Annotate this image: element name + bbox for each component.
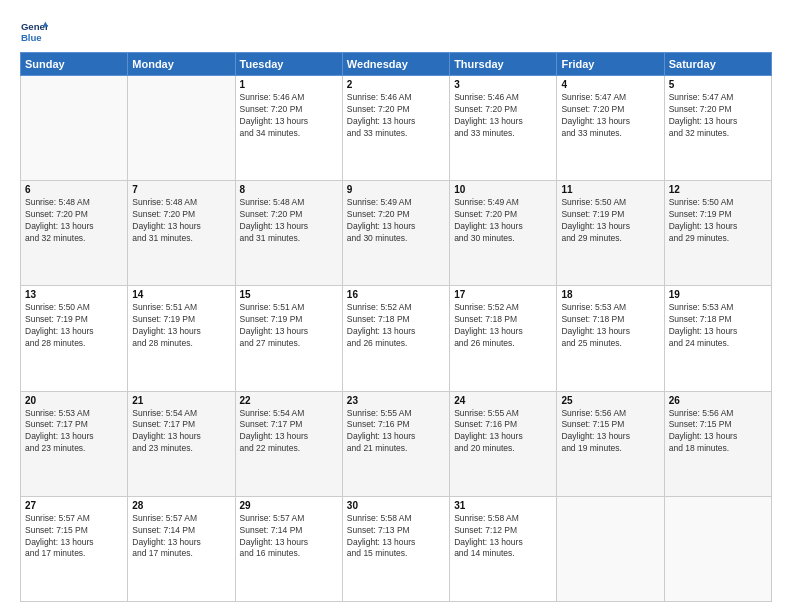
logo: General Blue [20, 18, 48, 46]
calendar-cell: 19Sunrise: 5:53 AM Sunset: 7:18 PM Dayli… [664, 286, 771, 391]
day-detail: Sunrise: 5:53 AM Sunset: 7:17 PM Dayligh… [25, 408, 123, 456]
calendar-cell: 6Sunrise: 5:48 AM Sunset: 7:20 PM Daylig… [21, 181, 128, 286]
day-number: 23 [347, 395, 445, 406]
day-number: 3 [454, 79, 552, 90]
calendar-cell: 8Sunrise: 5:48 AM Sunset: 7:20 PM Daylig… [235, 181, 342, 286]
day-number: 22 [240, 395, 338, 406]
calendar-cell: 7Sunrise: 5:48 AM Sunset: 7:20 PM Daylig… [128, 181, 235, 286]
calendar-header: SundayMondayTuesdayWednesdayThursdayFrid… [21, 53, 772, 76]
day-number: 29 [240, 500, 338, 511]
calendar-cell: 5Sunrise: 5:47 AM Sunset: 7:20 PM Daylig… [664, 76, 771, 181]
day-detail: Sunrise: 5:48 AM Sunset: 7:20 PM Dayligh… [240, 197, 338, 245]
day-detail: Sunrise: 5:46 AM Sunset: 7:20 PM Dayligh… [240, 92, 338, 140]
calendar-cell: 12Sunrise: 5:50 AM Sunset: 7:19 PM Dayli… [664, 181, 771, 286]
day-number: 17 [454, 289, 552, 300]
day-detail: Sunrise: 5:46 AM Sunset: 7:20 PM Dayligh… [454, 92, 552, 140]
day-number: 19 [669, 289, 767, 300]
calendar-cell: 14Sunrise: 5:51 AM Sunset: 7:19 PM Dayli… [128, 286, 235, 391]
day-number: 10 [454, 184, 552, 195]
day-detail: Sunrise: 5:58 AM Sunset: 7:13 PM Dayligh… [347, 513, 445, 561]
day-detail: Sunrise: 5:55 AM Sunset: 7:16 PM Dayligh… [347, 408, 445, 456]
day-number: 7 [132, 184, 230, 195]
calendar-cell: 4Sunrise: 5:47 AM Sunset: 7:20 PM Daylig… [557, 76, 664, 181]
day-detail: Sunrise: 5:48 AM Sunset: 7:20 PM Dayligh… [25, 197, 123, 245]
calendar-cell: 23Sunrise: 5:55 AM Sunset: 7:16 PM Dayli… [342, 391, 449, 496]
svg-text:Blue: Blue [21, 32, 42, 43]
calendar-cell: 9Sunrise: 5:49 AM Sunset: 7:20 PM Daylig… [342, 181, 449, 286]
calendar-cell: 15Sunrise: 5:51 AM Sunset: 7:19 PM Dayli… [235, 286, 342, 391]
calendar-cell: 18Sunrise: 5:53 AM Sunset: 7:18 PM Dayli… [557, 286, 664, 391]
day-detail: Sunrise: 5:56 AM Sunset: 7:15 PM Dayligh… [561, 408, 659, 456]
calendar-cell: 1Sunrise: 5:46 AM Sunset: 7:20 PM Daylig… [235, 76, 342, 181]
day-detail: Sunrise: 5:58 AM Sunset: 7:12 PM Dayligh… [454, 513, 552, 561]
day-detail: Sunrise: 5:53 AM Sunset: 7:18 PM Dayligh… [669, 302, 767, 350]
calendar-cell: 30Sunrise: 5:58 AM Sunset: 7:13 PM Dayli… [342, 496, 449, 601]
calendar-cell: 27Sunrise: 5:57 AM Sunset: 7:15 PM Dayli… [21, 496, 128, 601]
calendar-cell: 31Sunrise: 5:58 AM Sunset: 7:12 PM Dayli… [450, 496, 557, 601]
day-detail: Sunrise: 5:51 AM Sunset: 7:19 PM Dayligh… [240, 302, 338, 350]
day-number: 18 [561, 289, 659, 300]
day-number: 11 [561, 184, 659, 195]
calendar-cell [128, 76, 235, 181]
day-number: 14 [132, 289, 230, 300]
day-number: 15 [240, 289, 338, 300]
day-number: 12 [669, 184, 767, 195]
weekday-header-cell: Friday [557, 53, 664, 76]
calendar-cell: 25Sunrise: 5:56 AM Sunset: 7:15 PM Dayli… [557, 391, 664, 496]
day-detail: Sunrise: 5:49 AM Sunset: 7:20 PM Dayligh… [347, 197, 445, 245]
calendar-cell: 2Sunrise: 5:46 AM Sunset: 7:20 PM Daylig… [342, 76, 449, 181]
day-number: 8 [240, 184, 338, 195]
day-number: 30 [347, 500, 445, 511]
calendar-cell: 16Sunrise: 5:52 AM Sunset: 7:18 PM Dayli… [342, 286, 449, 391]
weekday-header-cell: Wednesday [342, 53, 449, 76]
day-number: 28 [132, 500, 230, 511]
calendar-cell: 28Sunrise: 5:57 AM Sunset: 7:14 PM Dayli… [128, 496, 235, 601]
calendar-cell: 20Sunrise: 5:53 AM Sunset: 7:17 PM Dayli… [21, 391, 128, 496]
day-detail: Sunrise: 5:47 AM Sunset: 7:20 PM Dayligh… [669, 92, 767, 140]
calendar-cell: 24Sunrise: 5:55 AM Sunset: 7:16 PM Dayli… [450, 391, 557, 496]
logo-icon: General Blue [20, 18, 48, 46]
day-number: 6 [25, 184, 123, 195]
day-number: 31 [454, 500, 552, 511]
day-detail: Sunrise: 5:54 AM Sunset: 7:17 PM Dayligh… [240, 408, 338, 456]
calendar-cell: 17Sunrise: 5:52 AM Sunset: 7:18 PM Dayli… [450, 286, 557, 391]
day-detail: Sunrise: 5:52 AM Sunset: 7:18 PM Dayligh… [347, 302, 445, 350]
day-detail: Sunrise: 5:56 AM Sunset: 7:15 PM Dayligh… [669, 408, 767, 456]
day-detail: Sunrise: 5:52 AM Sunset: 7:18 PM Dayligh… [454, 302, 552, 350]
day-detail: Sunrise: 5:57 AM Sunset: 7:15 PM Dayligh… [25, 513, 123, 561]
day-detail: Sunrise: 5:48 AM Sunset: 7:20 PM Dayligh… [132, 197, 230, 245]
day-detail: Sunrise: 5:50 AM Sunset: 7:19 PM Dayligh… [561, 197, 659, 245]
weekday-header-cell: Saturday [664, 53, 771, 76]
calendar-cell [664, 496, 771, 601]
day-number: 4 [561, 79, 659, 90]
weekday-header-cell: Tuesday [235, 53, 342, 76]
day-number: 20 [25, 395, 123, 406]
calendar-cell: 26Sunrise: 5:56 AM Sunset: 7:15 PM Dayli… [664, 391, 771, 496]
calendar-cell: 3Sunrise: 5:46 AM Sunset: 7:20 PM Daylig… [450, 76, 557, 181]
day-number: 21 [132, 395, 230, 406]
weekday-header-cell: Monday [128, 53, 235, 76]
calendar-cell [557, 496, 664, 601]
calendar-cell: 11Sunrise: 5:50 AM Sunset: 7:19 PM Dayli… [557, 181, 664, 286]
day-number: 9 [347, 184, 445, 195]
calendar-cell: 13Sunrise: 5:50 AM Sunset: 7:19 PM Dayli… [21, 286, 128, 391]
calendar-cell: 22Sunrise: 5:54 AM Sunset: 7:17 PM Dayli… [235, 391, 342, 496]
weekday-header-cell: Thursday [450, 53, 557, 76]
day-number: 25 [561, 395, 659, 406]
day-detail: Sunrise: 5:54 AM Sunset: 7:17 PM Dayligh… [132, 408, 230, 456]
day-number: 27 [25, 500, 123, 511]
weekday-header-cell: Sunday [21, 53, 128, 76]
calendar-cell [21, 76, 128, 181]
day-detail: Sunrise: 5:49 AM Sunset: 7:20 PM Dayligh… [454, 197, 552, 245]
calendar-cell: 29Sunrise: 5:57 AM Sunset: 7:14 PM Dayli… [235, 496, 342, 601]
day-detail: Sunrise: 5:57 AM Sunset: 7:14 PM Dayligh… [132, 513, 230, 561]
calendar-cell: 10Sunrise: 5:49 AM Sunset: 7:20 PM Dayli… [450, 181, 557, 286]
day-number: 2 [347, 79, 445, 90]
calendar-cell: 21Sunrise: 5:54 AM Sunset: 7:17 PM Dayli… [128, 391, 235, 496]
day-detail: Sunrise: 5:50 AM Sunset: 7:19 PM Dayligh… [25, 302, 123, 350]
day-number: 24 [454, 395, 552, 406]
day-number: 13 [25, 289, 123, 300]
day-number: 26 [669, 395, 767, 406]
day-detail: Sunrise: 5:53 AM Sunset: 7:18 PM Dayligh… [561, 302, 659, 350]
day-number: 1 [240, 79, 338, 90]
